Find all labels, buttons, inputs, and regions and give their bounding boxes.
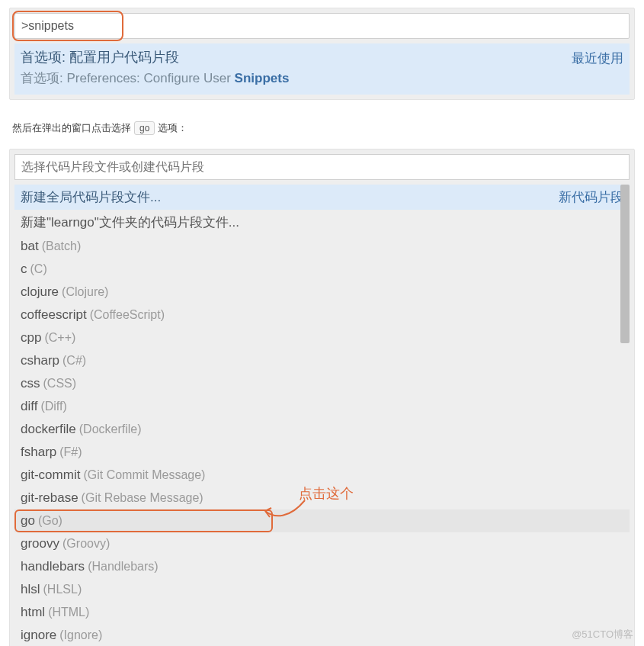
result-text: 首选项: 配置用户代码片段 首选项: Preferences: Configur… [21, 48, 289, 87]
list-item-bat[interactable]: bat(Batch) [14, 235, 630, 258]
result-recent-label: 最近使用 [572, 48, 623, 67]
list-item-c[interactable]: c(C) [14, 258, 630, 281]
watermark: @51CTO博客 [572, 628, 633, 641]
list-item-fsharp[interactable]: fsharp(F#) [14, 441, 630, 464]
snippet-list: 新建全局代码片段文件... 新代码片段 新建"learngo"文件夹的代码片段文… [14, 185, 630, 646]
list-item-coffeescript[interactable]: coffeescript(CoffeeScript) [14, 304, 630, 326]
list-item-dockerfile[interactable]: dockerfile(Dockerfile) [14, 418, 630, 441]
list-item-go[interactable]: go(Go) [14, 509, 630, 532]
new-snippet-badge: 新代码片段 [559, 188, 623, 206]
annotation-arrow-icon [259, 496, 312, 526]
command-palette-input[interactable] [21, 19, 623, 33]
list-item-new-global[interactable]: 新建全局代码片段文件... 新代码片段 [14, 185, 630, 210]
list-item-html[interactable]: html(HTML) [14, 601, 630, 624]
instruction-text: 然后在弹出的窗口点击选择 go 选项： [12, 121, 632, 135]
command-palette-result[interactable]: 首选项: 配置用户代码片段 首选项: Preferences: Configur… [14, 43, 630, 95]
result-line1: 首选项: 配置用户代码片段 [21, 48, 289, 66]
list-item-hlsl[interactable]: hlsl(HLSL) [14, 578, 630, 601]
snippet-picker-input[interactable] [21, 160, 623, 174]
list-item-ignore[interactable]: ignore(Ignore) [14, 624, 630, 646]
list-item-new-folder[interactable]: 新建"learngo"文件夹的代码片段文件... [14, 210, 630, 235]
list-item-groovy[interactable]: groovy(Groovy) [14, 532, 630, 555]
list-item-css[interactable]: css(CSS) [14, 372, 630, 395]
snippet-picker-input-wrap[interactable] [14, 154, 630, 180]
snippet-picker-palette: 新建全局代码片段文件... 新代码片段 新建"learngo"文件夹的代码片段文… [9, 149, 635, 646]
list-item-clojure[interactable]: clojure(Clojure) [14, 281, 630, 304]
list-item-diff[interactable]: diff(Diff) [14, 395, 630, 418]
command-palette: 首选项: 配置用户代码片段 首选项: Preferences: Configur… [9, 8, 635, 100]
kbd-go: go [134, 121, 155, 135]
list-item-git-rebase[interactable]: git-rebase(Git Rebase Message) [14, 487, 630, 509]
list-item-csharp[interactable]: csharp(C#) [14, 349, 630, 372]
result-line2: 首选项: Preferences: Configure User Snippet… [21, 69, 289, 87]
list-item-git-commit[interactable]: git-commit(Git Commit Message) [14, 464, 630, 487]
scrollbar[interactable] [620, 185, 630, 343]
list-item-cpp[interactable]: cpp(C++) [14, 326, 630, 349]
list-item-handlebars[interactable]: handlebars(Handlebars) [14, 555, 630, 578]
command-palette-input-wrap[interactable] [14, 13, 630, 39]
